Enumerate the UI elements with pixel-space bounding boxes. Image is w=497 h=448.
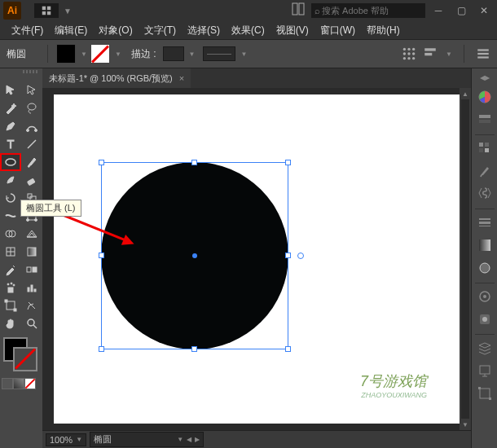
search-input[interactable]: [322, 6, 422, 15]
close-icon[interactable]: ×: [179, 73, 184, 83]
resize-handle[interactable]: [99, 253, 104, 258]
zoom-level-dropdown[interactable]: 100% ▼: [46, 433, 86, 446]
layers-panel-icon[interactable]: [474, 337, 495, 358]
selection-bounding-box[interactable]: [101, 162, 288, 349]
artboard-nav-dropdown[interactable]: 椭圆 ▼ ◀ ▶: [90, 432, 204, 447]
menu-view[interactable]: 视图(V): [271, 22, 314, 39]
chevron-down-icon[interactable]: ▼: [177, 436, 183, 443]
paintbrush-tool[interactable]: [21, 153, 42, 171]
mesh-tool[interactable]: [0, 243, 21, 261]
scrollbar-track[interactable]: [461, 99, 469, 419]
scroll-down-icon[interactable]: ▼: [460, 419, 471, 430]
menu-object[interactable]: 对象(O): [94, 22, 137, 39]
slice-tool[interactable]: [21, 296, 42, 314]
panel-grip-icon[interactable]: [23, 70, 39, 73]
transparency-panel-icon[interactable]: [474, 257, 495, 279]
shaper-tool[interactable]: [0, 171, 21, 189]
close-button[interactable]: ✕: [474, 2, 494, 19]
appearance-panel-icon[interactable]: [474, 286, 495, 307]
fill-swatch[interactable]: [56, 44, 76, 64]
pen-tool[interactable]: [0, 117, 21, 135]
shape-builder-tool[interactable]: [0, 225, 21, 243]
fill-stroke-swatches[interactable]: [0, 336, 42, 376]
chevron-down-icon[interactable]: ▼: [81, 51, 87, 58]
eraser-tool[interactable]: [21, 171, 42, 189]
panel-menu-icon[interactable]: [476, 46, 490, 61]
artboard-tool[interactable]: [0, 296, 21, 314]
selection-tool[interactable]: [0, 81, 21, 99]
menu-type[interactable]: 文字(T): [139, 22, 181, 39]
perspective-grid-tool[interactable]: [21, 225, 42, 243]
resize-handle[interactable]: [285, 253, 291, 258]
symbols-panel-icon[interactable]: [474, 183, 495, 204]
resize-handle[interactable]: [285, 160, 291, 165]
hand-tool[interactable]: [0, 314, 21, 332]
curvature-tool[interactable]: [21, 117, 42, 135]
stroke-profile-dropdown[interactable]: [203, 46, 235, 61]
search-box[interactable]: ⌕: [311, 3, 425, 18]
gradient-panel-icon[interactable]: [474, 235, 495, 256]
stroke-swatch-none-icon[interactable]: [90, 44, 110, 64]
artboard[interactable]: 7号游戏馆 ZHAOYOUXIWANG: [54, 94, 460, 424]
eyedropper-tool[interactable]: [0, 261, 21, 279]
stroke-panel-icon[interactable]: [474, 212, 495, 233]
color-mode-none[interactable]: [24, 378, 36, 389]
canvas-viewport[interactable]: 7号游戏馆 ZHAOYOUXIWANG ▲ ▼: [42, 88, 471, 430]
color-guide-panel-icon[interactable]: [474, 109, 495, 130]
column-graph-tool[interactable]: [21, 279, 42, 296]
vertical-scrollbar[interactable]: ▲ ▼: [460, 88, 471, 430]
artboards-panel-icon[interactable]: [474, 383, 495, 404]
menu-help[interactable]: 帮助(H): [362, 22, 405, 39]
workspace-switcher-icon[interactable]: [34, 3, 59, 18]
chevron-down-icon[interactable]: ▼: [240, 51, 247, 58]
resize-handle[interactable]: [285, 346, 291, 352]
color-mode-solid[interactable]: [2, 378, 13, 389]
chevron-right-icon[interactable]: ▶: [195, 436, 200, 443]
resize-handle[interactable]: [99, 160, 104, 165]
menu-select[interactable]: 选择(S): [183, 22, 225, 39]
svg-rect-57: [479, 218, 490, 220]
graphic-styles-panel-icon[interactable]: [474, 309, 495, 330]
resize-handle[interactable]: [191, 160, 197, 165]
brushes-panel-icon[interactable]: [474, 160, 495, 182]
resize-handle[interactable]: [191, 346, 197, 352]
zoom-tool[interactable]: [21, 314, 42, 332]
symbol-sprayer-tool[interactable]: [0, 279, 21, 296]
gradient-tool[interactable]: [21, 243, 42, 261]
blend-tool[interactable]: [21, 261, 42, 279]
document-tab[interactable]: 未标题-1* @ 100% (RGB/预览) ×: [42, 68, 191, 88]
chevron-down-icon[interactable]: ▼: [76, 436, 82, 443]
ellipse-tool[interactable]: [0, 153, 21, 171]
resize-handle[interactable]: [99, 346, 104, 352]
chevron-down-icon[interactable]: ▼: [189, 51, 196, 58]
scroll-up-icon[interactable]: ▲: [460, 88, 471, 99]
color-mode-gradient[interactable]: [13, 378, 24, 389]
menu-window[interactable]: 窗口(W): [315, 22, 360, 39]
magic-wand-tool[interactable]: [0, 99, 21, 117]
minimize-button[interactable]: ─: [429, 2, 448, 19]
maximize-button[interactable]: ▢: [451, 2, 471, 19]
chevron-down-icon[interactable]: ▼: [446, 51, 452, 58]
chevron-down-icon[interactable]: ▼: [64, 7, 72, 15]
swatches-panel-icon[interactable]: [474, 138, 495, 159]
menu-edit[interactable]: 编辑(E): [50, 22, 92, 39]
chevron-left-icon[interactable]: ◀: [187, 436, 191, 443]
chevron-down-icon[interactable]: ▼: [115, 51, 121, 58]
type-tool[interactable]: T: [0, 135, 21, 153]
align-icon[interactable]: [423, 46, 438, 61]
direct-selection-tool[interactable]: [21, 81, 42, 99]
menu-effect[interactable]: 效果(C): [227, 22, 270, 39]
line-segment-tool[interactable]: [21, 135, 42, 153]
collapse-panel-icon[interactable]: ◀▶: [474, 72, 495, 83]
grid-view-icon[interactable]: [402, 46, 416, 61]
lasso-tool[interactable]: [21, 99, 42, 117]
pie-widget-handle[interactable]: [297, 253, 304, 259]
rotate-tool[interactable]: [0, 189, 21, 207]
arrange-docs-icon[interactable]: [292, 2, 308, 19]
menu-file[interactable]: 文件(F): [7, 22, 48, 39]
stroke-color-swatch[interactable]: [13, 347, 37, 371]
color-panel-icon[interactable]: [474, 86, 495, 108]
width-tool[interactable]: [0, 207, 21, 225]
asset-export-panel-icon[interactable]: [474, 360, 495, 381]
stroke-weight-input[interactable]: [163, 46, 184, 61]
